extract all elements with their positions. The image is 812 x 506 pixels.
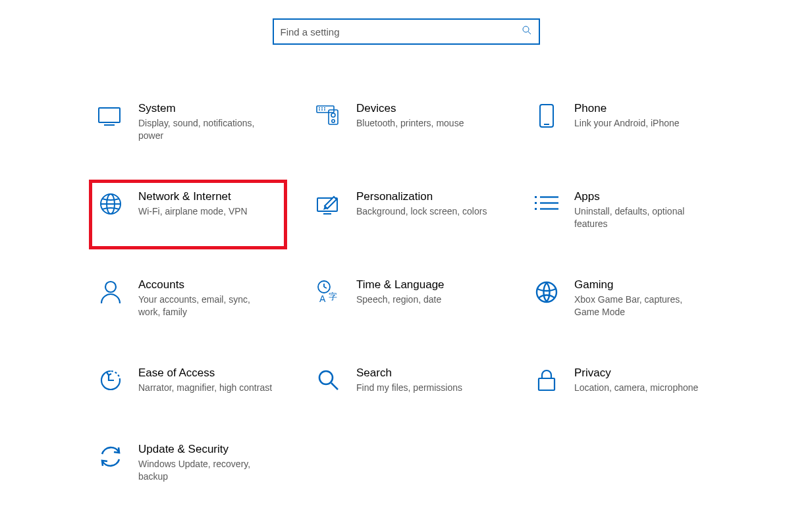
category-desc: Link your Android, iPhone — [574, 117, 709, 130]
devices-icon — [314, 101, 343, 130]
category-desc: Background, lock screen, colors — [356, 205, 491, 218]
search-input-container[interactable] — [273, 18, 540, 45]
category-title: System — [138, 101, 273, 116]
gaming-icon — [532, 278, 561, 307]
category-title: Search — [356, 366, 491, 380]
category-title: Gaming — [574, 278, 709, 292]
category-title: Network & Internet — [138, 190, 273, 204]
category-accounts[interactable]: Accounts Your accounts, email, sync, wor… — [92, 274, 284, 322]
category-desc: Find my files, permissions — [356, 382, 491, 394]
category-desc: Narrator, magnifier, high contrast — [138, 382, 273, 394]
category-personalization[interactable]: Personalization Background, lock screen,… — [310, 186, 502, 234]
svg-point-0 — [523, 26, 529, 32]
category-title: Time & Language — [356, 278, 491, 292]
category-desc: Display, sound, notifications, power — [138, 117, 273, 142]
category-network[interactable]: Network & Internet Wi-Fi, airplane mode,… — [89, 180, 287, 249]
svg-text:A: A — [319, 293, 326, 304]
svg-point-12 — [331, 113, 335, 117]
category-apps[interactable]: Apps Uninstall, defaults, optional featu… — [528, 186, 720, 234]
system-icon — [96, 101, 125, 130]
settings-categories-grid: System Display, sound, notifications, po… — [0, 45, 812, 487]
category-search[interactable]: Search Find my files, permissions — [310, 362, 502, 399]
ease-of-access-icon — [96, 366, 125, 395]
svg-line-30 — [324, 287, 327, 288]
category-gaming[interactable]: Gaming Xbox Game Bar, captures, Game Mod… — [528, 274, 720, 322]
category-ease-of-access[interactable]: Ease of Access Narrator, magnifier, high… — [92, 362, 284, 399]
search-category-icon — [314, 366, 343, 395]
svg-rect-4 — [317, 106, 334, 113]
phone-icon — [532, 101, 561, 130]
category-title: Accounts — [138, 278, 273, 292]
category-title: Ease of Access — [138, 366, 273, 380]
search-input[interactable] — [281, 26, 522, 38]
time-language-icon: A 字 — [314, 278, 343, 307]
category-update-security[interactable]: Update & Security Windows Update, recove… — [92, 438, 284, 487]
lock-icon — [532, 366, 561, 395]
category-title: Devices — [356, 101, 491, 116]
svg-text:字: 字 — [329, 291, 337, 301]
category-desc: Speech, region, date — [356, 293, 491, 306]
category-desc: Uninstall, defaults, optional features — [574, 205, 709, 230]
svg-rect-21 — [535, 196, 537, 198]
category-title: Phone — [574, 101, 709, 116]
personalization-icon — [314, 190, 343, 218]
category-desc: Wi-Fi, airplane mode, VPN — [138, 205, 273, 218]
category-desc: Bluetooth, printers, mouse — [356, 117, 491, 130]
apps-icon — [532, 190, 561, 218]
svg-rect-14 — [540, 105, 553, 127]
category-time-language[interactable]: A 字 Time & Language Speech, region, date — [310, 274, 502, 322]
category-devices[interactable]: Devices Bluetooth, printers, mouse — [310, 97, 502, 146]
category-title: Apps — [574, 190, 709, 204]
accounts-icon — [96, 278, 125, 307]
svg-line-1 — [528, 32, 531, 34]
category-system[interactable]: System Display, sound, notifications, po… — [92, 97, 284, 146]
svg-point-27 — [105, 282, 116, 292]
svg-rect-2 — [99, 108, 120, 122]
category-title: Update & Security — [138, 442, 273, 457]
category-privacy[interactable]: Privacy Location, camera, microphone — [528, 362, 720, 399]
svg-point-34 — [319, 371, 333, 384]
search-icon — [522, 25, 532, 38]
category-phone[interactable]: Phone Link your Android, iPhone — [528, 97, 720, 146]
category-desc: Location, camera, microphone — [574, 382, 709, 394]
category-desc: Xbox Game Bar, captures, Game Mode — [574, 293, 709, 318]
category-desc: Your accounts, email, sync, work, family — [138, 293, 273, 318]
category-desc: Windows Update, recovery, backup — [138, 458, 273, 483]
category-title: Personalization — [356, 190, 491, 204]
svg-rect-36 — [539, 378, 555, 390]
svg-line-35 — [331, 383, 338, 390]
globe-icon — [96, 190, 125, 218]
update-icon — [96, 442, 125, 471]
svg-rect-22 — [535, 202, 537, 204]
svg-rect-23 — [535, 208, 537, 210]
category-title: Privacy — [574, 366, 709, 380]
svg-point-13 — [332, 120, 335, 122]
